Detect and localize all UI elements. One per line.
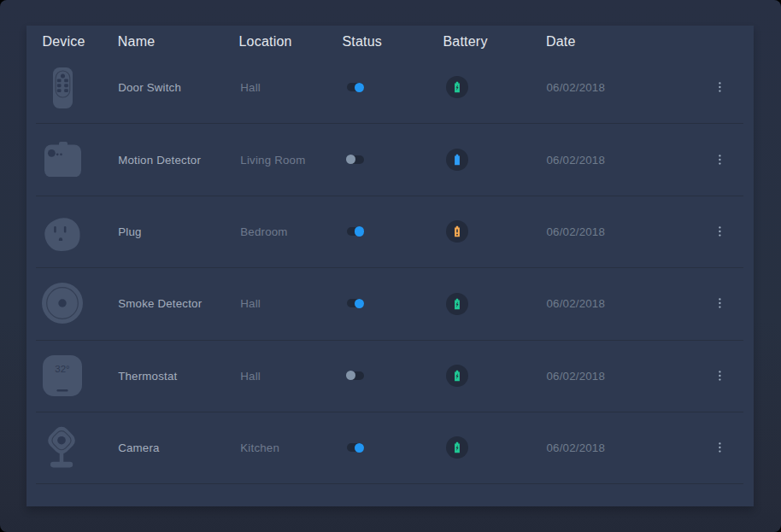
svg-text:32°: 32° [55,364,69,374]
